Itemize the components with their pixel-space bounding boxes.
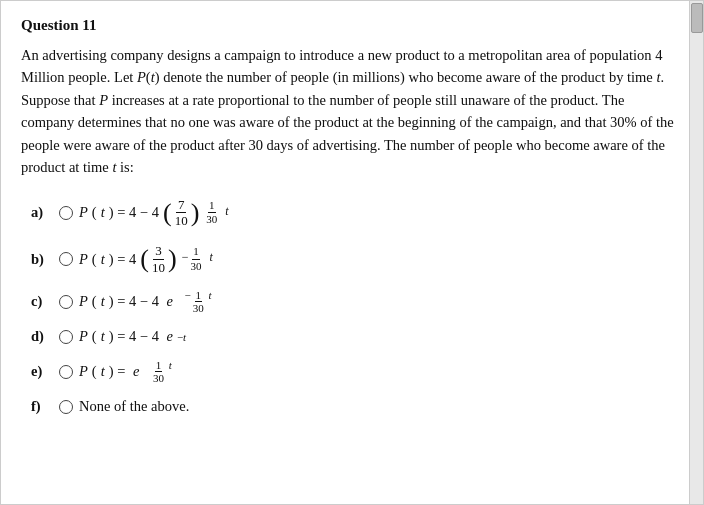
option-e-row: e) P(t) = e 130 t	[31, 359, 683, 384]
option-d-row: d) P(t) = 4 − 4 e−t	[31, 328, 683, 345]
page-container: Question 11 An advertising company desig…	[0, 0, 704, 505]
option-f-row: f) None of the above.	[31, 398, 683, 415]
option-a-radio[interactable]	[59, 206, 73, 220]
options-area: a) P(t) = 4 − 4 ( 7 10 ) 1 30	[21, 197, 683, 415]
option-b-label: b)	[31, 251, 53, 268]
option-d-label: d)	[31, 328, 53, 345]
scrollbar-thumb[interactable]	[691, 3, 703, 33]
option-f-label: f)	[31, 398, 53, 415]
question-title: Question 11	[21, 17, 683, 34]
option-d-formula: P(t) = 4 − 4 e−t	[79, 328, 186, 345]
option-c-row: c) P(t) = 4 − 4 e −130 t	[31, 289, 683, 314]
option-a-formula: P(t) = 4 − 4 ( 7 10 ) 1 30 t	[79, 197, 229, 229]
option-c-radio[interactable]	[59, 295, 73, 309]
option-a-label: a)	[31, 204, 53, 221]
option-e-radio[interactable]	[59, 365, 73, 379]
option-d-radio[interactable]	[59, 330, 73, 344]
option-f-radio[interactable]	[59, 400, 73, 414]
option-b-formula: P(t) = 4 ( 3 10 ) − 1 30 t	[79, 243, 213, 275]
option-a-row: a) P(t) = 4 − 4 ( 7 10 ) 1 30	[31, 197, 683, 229]
option-c-label: c)	[31, 293, 53, 310]
scrollbar[interactable]	[689, 1, 703, 504]
option-b-radio[interactable]	[59, 252, 73, 266]
option-e-formula: P(t) = e 130 t	[79, 359, 172, 384]
option-b-row: b) P(t) = 4 ( 3 10 ) − 1 30	[31, 243, 683, 275]
option-f-formula: None of the above.	[79, 398, 189, 415]
question-text: An advertising company designs a campaig…	[21, 44, 681, 179]
option-c-formula: P(t) = 4 − 4 e −130 t	[79, 289, 212, 314]
option-e-label: e)	[31, 363, 53, 380]
